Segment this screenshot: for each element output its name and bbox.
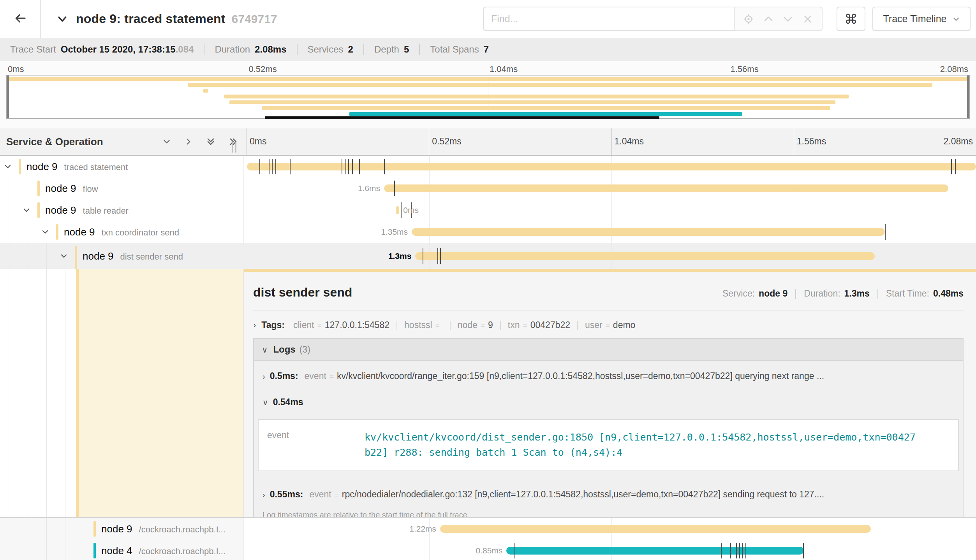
collapse-all-double-chevron-down-icon[interactable]	[205, 136, 216, 147]
keyboard-shortcuts-button[interactable]: ⌘	[837, 7, 865, 31]
detail-divider	[253, 311, 964, 311]
span-row[interactable]: node 9flow1.6ms	[0, 177, 976, 199]
detail-span-title: dist sender send	[253, 285, 352, 300]
span-name-cell[interactable]: node 9dist sender send	[0, 243, 243, 269]
tag-divider	[396, 321, 397, 330]
logs-count: (3)	[299, 344, 310, 355]
span-name-cell[interactable]: node 9traced statement	[0, 156, 243, 177]
locate-icon[interactable]	[743, 13, 754, 25]
span-color-bar	[37, 202, 40, 218]
span-name-cell[interactable]: node 9/cockroach.roachpb.I...	[0, 518, 243, 540]
span-duration-bar[interactable]	[412, 228, 885, 236]
span-row[interactable]: node 9txn coordinator send1.35ms	[0, 221, 976, 243]
summary-item: Duration2.08ms	[215, 44, 286, 55]
meta-divider	[795, 289, 796, 299]
summary-item-value: 2.08ms	[255, 44, 286, 55]
log-entry-row[interactable]: ›0.55ms:event=rpc/nodedialer/nodedialer.…	[254, 479, 963, 505]
span-operation-name: traced statement	[64, 162, 128, 172]
span-name-label: node 4/cockroach.roachpb.I...	[101, 545, 226, 557]
span-duration-label: 0ms	[403, 205, 419, 215]
span-row[interactable]: node 9dist sender send1.3ms	[0, 243, 976, 269]
back-button[interactable]	[0, 0, 41, 38]
summary-divider	[204, 44, 204, 55]
span-event-tick	[384, 159, 385, 174]
span-row[interactable]: node 4/cockroach.roachpb.I...0.85ms	[0, 540, 976, 560]
logs-header[interactable]: ∨ Logs (3)	[254, 339, 963, 361]
span-duration-bar[interactable]	[247, 163, 976, 170]
span-timeline-cell[interactable]: 1.22ms	[243, 518, 976, 540]
span-timeline-inner: 1.6ms	[247, 177, 976, 199]
log-timestamp: 0.54ms	[273, 397, 303, 407]
tag-equals: =	[481, 321, 485, 330]
log-collapse-chevron-down-icon[interactable]: ∨	[262, 398, 268, 407]
trace-id: 6749717	[232, 12, 277, 26]
span-timeline-cell[interactable]: 1.3ms	[243, 243, 976, 269]
detail-meta-label: Duration:	[804, 288, 840, 299]
span-name-cell[interactable]: node 9table reader	[0, 199, 243, 221]
span-timeline-cell[interactable]: 1.6ms	[243, 177, 976, 199]
span-name-label: node 9table reader	[45, 204, 129, 216]
span-name-cell[interactable]: node 9flow	[0, 177, 243, 199]
span-timeline-cell[interactable]: 0ms	[243, 199, 976, 221]
minimap-canvas[interactable]	[6, 75, 970, 119]
span-duration-bar[interactable]	[440, 525, 871, 533]
span-timeline-cell[interactable]: 1.35ms	[243, 221, 976, 243]
summary-item-label: Services	[308, 44, 344, 55]
find-prev-chevron-up-icon[interactable]	[763, 13, 774, 25]
span-expander-chevron-down-icon[interactable]	[59, 251, 69, 261]
collapse-trace-chevron-icon[interactable]	[56, 13, 68, 25]
find-clear-close-icon[interactable]	[802, 13, 814, 25]
logs-collapse-chevron-down-icon[interactable]: ∨	[262, 345, 268, 355]
tags-row[interactable]: › Tags: client=127.0.0.1:54582hostssl=no…	[253, 320, 964, 330]
collapse-one-chevron-down-icon[interactable]	[162, 137, 172, 147]
span-event-tick	[290, 159, 291, 174]
log-field-value: rpc/nodedialer/nodedialer.go:132 [n9,cli…	[342, 489, 824, 500]
minimap-right-handle[interactable]	[967, 75, 969, 118]
minimap-tick-label: 1.56ms	[731, 64, 759, 74]
log-expander-chevron-right-icon[interactable]: ›	[262, 490, 265, 499]
tree-depth-guide	[46, 243, 47, 269]
view-selector-button[interactable]: Trace Timeline	[872, 7, 971, 31]
expand-one-chevron-right-icon[interactable]	[183, 137, 194, 147]
span-duration-label: 0.85ms	[476, 546, 503, 555]
minimap-tick-label: 0ms	[8, 64, 24, 74]
span-duration-bar[interactable]	[384, 184, 948, 192]
span-row[interactable]: node 9traced statement	[0, 156, 976, 177]
tags-expander-chevron-right-icon[interactable]: ›	[253, 320, 256, 330]
span-event-tick	[352, 159, 353, 174]
span-timeline-cell[interactable]: 0.85ms	[243, 540, 976, 560]
detail-accent-topbar	[244, 269, 976, 272]
log-entry-row[interactable]: ›0.5ms:event=kv/kvclient/kvcoord/range_i…	[254, 361, 963, 387]
log-expander-chevron-right-icon[interactable]: ›	[262, 372, 265, 381]
span-expander-chevron-down-icon[interactable]	[41, 227, 50, 237]
ruler-tick-label: 0.52ms	[432, 136, 461, 147]
span-duration-bar[interactable]	[396, 206, 399, 214]
span-timeline-inner: 1.3ms	[247, 243, 976, 269]
minimap-tick-label: 2.08ms	[940, 64, 968, 74]
log-entry-row-expanded[interactable]: ∨0.54ms	[254, 387, 963, 413]
span-name-label: node 9flow	[45, 183, 98, 195]
timeline-gridline	[611, 199, 612, 221]
span-name-cell[interactable]: node 9txn coordinator send	[0, 221, 243, 243]
span-duration-bar[interactable]	[506, 547, 804, 555]
span-timeline-cell[interactable]	[243, 156, 976, 177]
span-expander-chevron-down-icon[interactable]	[22, 205, 31, 215]
find-input[interactable]	[483, 7, 735, 31]
span-row[interactable]: node 9table reader0ms	[0, 199, 976, 221]
chevron-down-icon	[952, 15, 960, 23]
span-row[interactable]: node 9/cockroach.roachpb.I...1.22ms	[0, 518, 976, 540]
span-name-cell[interactable]: node 4/cockroach.roachpb.I...	[0, 540, 243, 560]
tag-equals: =	[606, 321, 610, 330]
tag-equals: =	[523, 321, 527, 330]
span-duration-bar[interactable]	[415, 252, 874, 260]
minimap-left-handle[interactable]	[7, 75, 9, 118]
span-event-tick	[951, 159, 952, 174]
span-expander-chevron-down-icon[interactable]	[3, 162, 12, 171]
minimap-scrollbar[interactable]	[265, 116, 659, 119]
span-event-tick	[742, 543, 743, 558]
find-next-chevron-down-icon[interactable]	[782, 13, 794, 25]
timeline-gridline	[247, 221, 247, 243]
tag-equals: =	[317, 321, 322, 330]
span-event-tick	[401, 202, 402, 218]
column-resizer-grip[interactable]	[232, 142, 236, 153]
